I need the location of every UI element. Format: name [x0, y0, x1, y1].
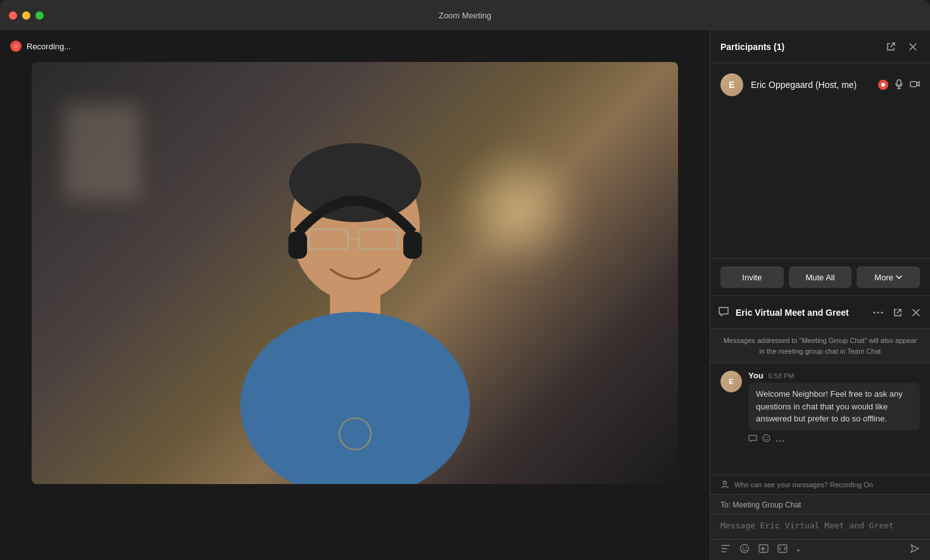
close-participants-button[interactable]: [906, 40, 920, 54]
participants-panel: Participants (1): [710, 30, 930, 296]
message-sender: You: [748, 371, 763, 380]
speech-bubble-icon: [718, 306, 729, 316]
chat-input-area[interactable]: [710, 514, 930, 539]
ellipsis-icon: [873, 311, 883, 314]
reply-icon[interactable]: [748, 434, 757, 444]
svg-rect-28: [759, 545, 768, 552]
participants-header: Participants (1): [710, 30, 930, 63]
code-snippet-icon: [777, 544, 788, 553]
person-video: [113, 125, 598, 484]
avatar: E: [720, 73, 743, 96]
chevron-small-icon: [796, 549, 800, 553]
emoji-icon[interactable]: [762, 434, 770, 444]
participants-title: Participants (1): [720, 42, 784, 52]
smiley-icon: [762, 434, 770, 442]
more-options-icon[interactable]: [776, 434, 784, 444]
svg-point-16: [877, 311, 879, 313]
camera-icon: [910, 80, 920, 90]
chevron-down-icon: [896, 275, 902, 279]
screenshot-icon[interactable]: [758, 544, 769, 556]
avatar-face: E: [720, 73, 743, 96]
recording-dot: [10, 40, 22, 52]
participants-list: E Eric Oppegaard (Host, me): [710, 63, 930, 258]
person-icon: [720, 480, 729, 489]
message-text: Welcome Neighbor! Feel free to ask any q…: [748, 383, 920, 430]
code-share-icon[interactable]: [777, 544, 788, 556]
video-camera-icon: [910, 80, 920, 88]
chat-notice-text: Messages addressed to "Meeting Group Cha…: [720, 335, 920, 356]
sender-avatar: E: [720, 371, 742, 392]
chat-toolbar: [710, 539, 930, 560]
chat-more-button[interactable]: [870, 309, 886, 316]
emoji-toolbar-icon[interactable]: [739, 544, 750, 556]
message-avatar: E: [720, 371, 742, 392]
chat-panel: Eric Virtual Meet and Greet: [710, 296, 930, 560]
svg-point-25: [741, 545, 749, 553]
more-button[interactable]: More: [857, 266, 920, 288]
chat-header-actions: [870, 306, 922, 320]
message-header: You 6:58 PM: [748, 371, 920, 380]
screenshot-upload-icon: [758, 544, 769, 553]
svg-rect-11: [897, 80, 901, 85]
participant-name: Eric Oppegaard (Host, me): [751, 80, 870, 90]
participants-header-actions: [883, 39, 920, 54]
text-format-icon: [720, 544, 731, 553]
chat-message: E You 6:58 PM Welcome Neighbor! Feel fre…: [720, 371, 920, 444]
chat-input[interactable]: [720, 521, 920, 530]
window-title: Zoom Meeting: [439, 11, 491, 20]
svg-point-22: [779, 440, 781, 442]
svg-rect-14: [910, 82, 917, 87]
svg-point-1: [289, 143, 421, 222]
mute-all-button[interactable]: Mute All: [789, 266, 852, 288]
emoji-smiley-icon: [739, 544, 750, 554]
svg-point-21: [776, 440, 778, 442]
video-area: Recording...: [0, 30, 710, 560]
record-icon: [881, 82, 886, 87]
close-icon: [908, 42, 917, 51]
send-arrow-icon: [910, 544, 920, 554]
participant-item: E Eric Oppegaard (Host, me): [710, 68, 930, 101]
svg-point-20: [767, 437, 769, 438]
send-button[interactable]: [910, 544, 920, 556]
video-top-bar: Recording...: [0, 30, 710, 62]
mic-icon: [895, 79, 903, 91]
format-icon[interactable]: [720, 544, 731, 556]
svg-point-24: [724, 482, 727, 485]
svg-point-15: [874, 311, 876, 313]
chat-bubble-icon: [718, 306, 729, 319]
recording-notice-text: Who can see your messages? Recording On: [734, 481, 873, 488]
video-bottom-bar: [0, 522, 710, 560]
message-time: 6:58 PM: [769, 372, 795, 380]
message-reactions: [748, 434, 920, 444]
participants-footer: Invite Mute All More: [710, 258, 930, 296]
dropdown-attach-icon[interactable]: [796, 544, 800, 556]
dots-icon: [776, 440, 784, 442]
chat-notice: Messages addressed to "Meeting Group Cha…: [710, 329, 930, 363]
chat-recording-notice: Who can see your messages? Recording On: [710, 475, 930, 494]
minimize-button[interactable]: [22, 11, 30, 20]
chat-messages: E You 6:58 PM Welcome Neighbor! Feel fre…: [710, 363, 930, 475]
pop-out-participants-button[interactable]: [883, 39, 898, 54]
svg-point-18: [763, 435, 770, 442]
pop-out-icon: [886, 42, 896, 52]
close-button[interactable]: [9, 11, 17, 20]
chat-to-text: To: Meeting Group Chat: [720, 501, 801, 509]
title-bar: Zoom Meeting: [0, 0, 930, 30]
recording-indicator: Recording...: [10, 40, 71, 52]
svg-point-27: [746, 547, 747, 549]
svg-point-19: [765, 437, 766, 438]
svg-point-10: [881, 83, 885, 87]
recording-label: Recording...: [27, 42, 71, 51]
close-icon: [912, 309, 920, 316]
traffic-lights: [9, 11, 44, 20]
maximize-button[interactable]: [35, 11, 44, 20]
video-frame: [32, 62, 678, 484]
invite-button[interactable]: Invite: [720, 266, 784, 288]
recording-status-icon: [878, 80, 888, 90]
svg-point-26: [743, 547, 744, 549]
pop-out-chat-button[interactable]: [891, 306, 905, 320]
close-chat-button[interactable]: [910, 306, 922, 319]
chat-to-bar: To: Meeting Group Chat: [710, 494, 930, 514]
svg-rect-8: [403, 232, 421, 259]
external-link-icon: [893, 308, 902, 317]
